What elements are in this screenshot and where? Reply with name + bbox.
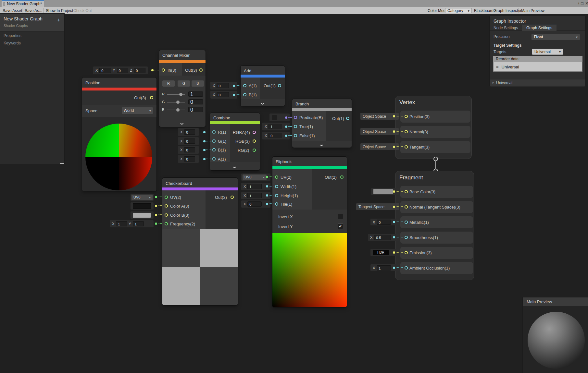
x-field[interactable]: 0 xyxy=(184,138,195,144)
port-width[interactable] xyxy=(275,185,278,188)
color-a-swatch[interactable] xyxy=(133,203,151,209)
collapse-chevron-icon[interactable]: ⌄ xyxy=(259,100,265,106)
vertex-position-row[interactable]: Position(3) xyxy=(400,111,470,123)
port-out[interactable] xyxy=(340,175,344,179)
color-b-swatch[interactable] xyxy=(133,213,151,218)
port-out[interactable] xyxy=(150,96,153,99)
port-color-b[interactable] xyxy=(165,213,168,217)
slider-r-value-field[interactable]: 1 xyxy=(188,91,203,97)
blackboard-resize-handle[interactable] xyxy=(60,163,64,164)
show-in-project-button[interactable]: Show In Project xyxy=(46,8,73,13)
save-asset-button[interactable]: Save Asset xyxy=(3,8,22,13)
port-a[interactable] xyxy=(212,157,216,161)
vertex-tangent-row[interactable]: Tangent(3) xyxy=(400,141,470,153)
port-normal[interactable] xyxy=(405,130,408,133)
collapse-chevron-icon[interactable]: ⌄ xyxy=(179,120,185,126)
node-branch[interactable]: Branch Predicate(B) True(1) False(1) Out… xyxy=(292,99,352,148)
port-uv[interactable] xyxy=(275,175,278,179)
port-out[interactable] xyxy=(199,68,203,72)
port-color-a[interactable] xyxy=(165,204,168,208)
port-predicate[interactable] xyxy=(294,116,297,119)
vertex-out-connector[interactable] xyxy=(433,157,438,161)
main-preview-toggle-button[interactable]: Main Preview xyxy=(521,8,544,13)
port-ao[interactable] xyxy=(405,266,408,270)
collapse-chevron-icon[interactable]: ⌄ xyxy=(319,141,324,147)
blackboard-section-properties[interactable]: Properties xyxy=(4,33,21,38)
space-dropdown[interactable]: World ▾ xyxy=(122,107,153,114)
slider-g-handle[interactable] xyxy=(176,101,180,104)
port-metallic[interactable] xyxy=(405,221,408,224)
port-base-color[interactable] xyxy=(405,190,408,193)
port-out[interactable] xyxy=(231,196,234,199)
port-g[interactable] xyxy=(212,139,216,143)
x-field[interactable]: 1 xyxy=(247,184,262,189)
x-field[interactable]: 1 xyxy=(269,124,281,129)
vertex-block[interactable]: Vertex Position(3) Normal(3) Tangent(3) xyxy=(395,96,472,159)
x-field[interactable]: 0 xyxy=(269,133,281,138)
color-mode-dropdown[interactable]: Category ▾ xyxy=(445,8,472,13)
y-field[interactable]: 0 xyxy=(117,68,129,73)
channel-b-button[interactable]: B xyxy=(192,80,204,87)
port-true[interactable] xyxy=(294,125,297,128)
hdr-color-field[interactable]: HDR xyxy=(373,250,389,255)
tab-new-shader-graph[interactable]: New Shader Graph* xyxy=(2,0,44,7)
x-field[interactable]: 0 xyxy=(377,220,391,225)
channel-g-button[interactable]: G xyxy=(178,80,190,87)
blackboard-section-keywords[interactable]: Keywords xyxy=(4,41,21,45)
window-maximize-icon[interactable]: □ xyxy=(581,1,583,6)
precision-dropdown[interactable]: Float ▾ xyxy=(531,34,580,40)
x-field[interactable]: 0 xyxy=(217,83,229,88)
port-rgba[interactable] xyxy=(253,131,256,134)
fragment-emission-row[interactable]: Emission(3) xyxy=(400,247,473,259)
port-normal-ts[interactable] xyxy=(405,205,408,209)
y-field[interactable]: 1 xyxy=(133,221,144,226)
collapse-chevron-icon[interactable]: ⌄ xyxy=(231,163,237,169)
x-field[interactable]: 0 xyxy=(184,147,195,152)
universal-foldout[interactable]: ▸ Universal xyxy=(490,79,585,86)
slider-b-handle[interactable] xyxy=(176,108,180,112)
node-position[interactable]: Position Out(3) Space World ▾ xyxy=(82,78,156,191)
port-in[interactable] xyxy=(162,68,165,72)
base-color-swatch[interactable] xyxy=(373,189,393,194)
x-field[interactable]: 0 xyxy=(184,156,195,162)
slider-r-handle[interactable] xyxy=(179,93,182,96)
targets-dropdown[interactable]: Universal ▾ xyxy=(532,49,563,55)
port-tangent[interactable] xyxy=(405,145,408,149)
x-field[interactable]: 1 xyxy=(247,193,262,198)
port-frequency[interactable] xyxy=(165,222,168,225)
invert-x-checkbox[interactable] xyxy=(338,214,343,219)
x-field[interactable]: 0 xyxy=(99,68,111,73)
tab-node-settings[interactable]: Node Settings xyxy=(494,26,518,30)
add-property-button[interactable]: + xyxy=(57,17,60,23)
slider-b-value-field[interactable]: 0 xyxy=(188,107,203,112)
port-out[interactable] xyxy=(346,117,349,120)
window-menu-icon[interactable]: ⋮ xyxy=(577,1,581,6)
port-out[interactable] xyxy=(278,84,281,87)
x-field[interactable]: 0 xyxy=(247,201,262,207)
vertex-normal-row[interactable]: Normal(3) xyxy=(400,126,470,138)
port-r[interactable] xyxy=(212,130,216,134)
port-rg[interactable] xyxy=(253,149,256,152)
uv-channel-dropdown[interactable]: UV0 ▾ xyxy=(131,195,153,200)
port-rgb[interactable] xyxy=(253,139,256,143)
node-checkerboard[interactable]: Checkerboard UV(2) Color A(3) Color B(3)… xyxy=(162,178,238,305)
port-a[interactable] xyxy=(243,84,246,87)
port-position[interactable] xyxy=(405,115,408,118)
preview-sphere[interactable] xyxy=(528,312,585,369)
port-b[interactable] xyxy=(212,148,216,151)
port-b[interactable] xyxy=(243,93,246,96)
x-field[interactable]: 1 xyxy=(116,221,127,226)
port-height[interactable] xyxy=(275,194,278,197)
z-field[interactable]: 0 xyxy=(134,68,145,73)
port-smoothness[interactable] xyxy=(405,236,408,239)
x-field[interactable]: 0 xyxy=(184,129,195,135)
fragment-ao-row[interactable]: Ambient Occlusion(1) xyxy=(400,262,473,274)
node-channel-mixer[interactable]: Channel Mixer In(3) Out(3) R G B R 1 G 0… xyxy=(159,50,206,127)
x-field[interactable]: 0 xyxy=(217,92,229,97)
main-preview-header[interactable]: Main Preview xyxy=(523,297,588,306)
x-field[interactable]: 0.5 xyxy=(374,235,391,240)
fragment-smoothness-row[interactable]: Smoothness(1) xyxy=(400,232,473,244)
port-tile[interactable] xyxy=(275,202,278,206)
invert-y-checkbox[interactable]: ✓ xyxy=(338,223,343,229)
fragment-base-color-row[interactable]: Base Color(3) xyxy=(400,186,473,198)
